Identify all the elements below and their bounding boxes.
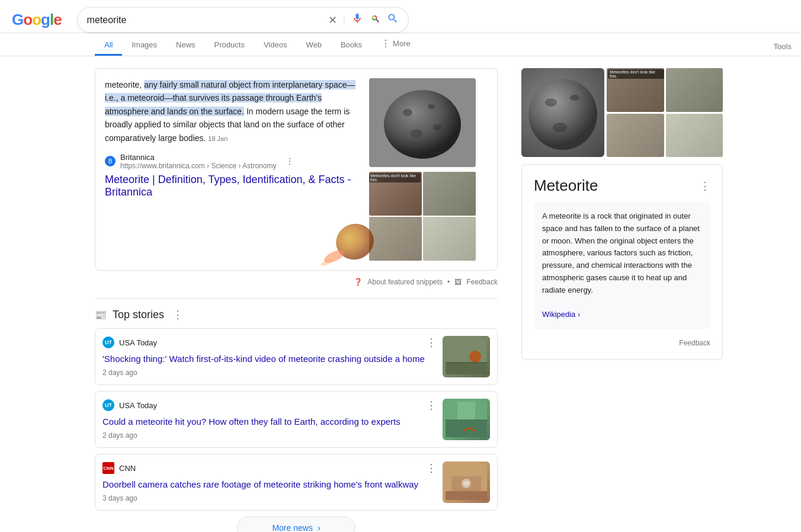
wikipedia-link[interactable]: Wikipedia › — [542, 310, 580, 319]
about-snippets-link[interactable]: About featured snippets — [367, 278, 443, 286]
svg-rect-15 — [446, 363, 487, 374]
question-icon: ❓ — [354, 278, 363, 286]
news-source-name-1: USA Today — [119, 338, 157, 347]
knowledge-card-options[interactable]: ⋮ — [700, 180, 710, 193]
right-grid-image-3 — [607, 114, 664, 158]
snippet-text-column: meteorite, any fairly small natural obje… — [105, 78, 360, 261]
top-stories-title: Top stories — [113, 309, 164, 321]
news-source-row-1: UT USA Today ⋮ — [102, 336, 437, 349]
snippet-source: B Britannica https://www.britannica.com … — [105, 153, 360, 170]
news-thumb-3 — [443, 462, 490, 503]
svg-point-24 — [463, 481, 469, 486]
right-grid-image-2 — [666, 68, 723, 112]
snippet-date: 18 Jan — [208, 135, 228, 142]
news-card-2-options[interactable]: ⋮ — [426, 399, 437, 412]
svg-point-25 — [528, 79, 597, 150]
search-bar: meteorite ✕ | — [77, 7, 409, 33]
svg-point-10 — [428, 104, 435, 109]
newspaper-icon: 📰 — [95, 309, 107, 321]
snippet-grid-image-2 — [423, 172, 476, 216]
svg-point-26 — [545, 98, 557, 107]
snippet-feedback-row: ❓ About featured snippets • 🖼 Feedback — [95, 278, 498, 286]
usa-today-icon-2: UT — [102, 399, 114, 411]
snippet-link[interactable]: Meteorite | Definition, Types, Identific… — [105, 174, 360, 198]
knowledge-card: Meteorite ⋮ A meteorite is a rock that o… — [521, 164, 723, 360]
snippet-grid-image-1: Meteorites don't look like this. — [369, 172, 422, 216]
news-thumb-2 — [443, 399, 490, 440]
tab-news[interactable]: News — [166, 36, 205, 56]
news-thumb-1 — [443, 336, 490, 377]
svg-rect-19 — [457, 402, 475, 419]
news-source-name-3: CNN — [119, 464, 136, 473]
news-headline-2[interactable]: Could a meteorite hit you? How often the… — [102, 415, 437, 428]
snippet-main-image — [369, 78, 476, 167]
source-name: Britannica — [120, 153, 276, 162]
chevron-right-icon: › — [318, 523, 321, 532]
news-time-1: 2 days ago — [102, 368, 437, 377]
tab-products[interactable]: Products — [205, 36, 254, 56]
not-meteorite-label: Meteorites don't look like this. — [608, 69, 664, 79]
more-news-label: More news — [272, 523, 312, 532]
search-icon[interactable] — [387, 12, 399, 27]
tab-all[interactable]: All — [95, 36, 122, 56]
right-grid-image-1: Meteorites don't look like this. — [607, 68, 664, 112]
snippet-options-icon[interactable]: ⋮ — [286, 156, 294, 166]
svg-point-28 — [553, 123, 567, 132]
knowledge-card-text: A meteorite is a rock that originated in… — [542, 211, 700, 294]
right-image-grid: Meteorites don't look like this. — [607, 68, 723, 157]
snippet-grid-image-3 — [369, 217, 422, 261]
cnn-icon: CNN — [102, 462, 114, 474]
snippet-images: Meteorites don't look like this. — [369, 78, 488, 261]
svg-point-8 — [384, 90, 461, 159]
tab-books[interactable]: Books — [331, 36, 371, 56]
news-card-3: CNN CNN ⋮ Doorbell camera catches rare f… — [95, 454, 498, 511]
svg-line-4 — [376, 20, 379, 22]
news-card-3-options[interactable]: ⋮ — [426, 462, 437, 475]
snippet-image-grid: Meteorites don't look like this. — [369, 172, 476, 261]
left-column: meteorite, any fairly small natural obje… — [95, 68, 498, 532]
svg-point-27 — [570, 95, 579, 101]
main-content: meteorite, any fairly small natural obje… — [0, 56, 801, 532]
knowledge-card-header: Meteorite ⋮ — [534, 177, 710, 195]
top-stories-options[interactable]: ⋮ — [172, 308, 183, 321]
feedback-icon: 🖼 — [454, 278, 462, 286]
news-card-3-content: CNN CNN ⋮ Doorbell camera catches rare f… — [102, 462, 437, 502]
google-logo: Google — [12, 11, 62, 29]
tools-button[interactable]: Tools — [764, 37, 801, 56]
tab-web[interactable]: Web — [296, 36, 331, 56]
tab-images[interactable]: Images — [122, 36, 166, 56]
tab-videos[interactable]: Videos — [254, 36, 297, 56]
news-card-1-options[interactable]: ⋮ — [426, 336, 437, 349]
microphone-icon[interactable] — [351, 12, 363, 27]
right-main-image — [521, 68, 604, 157]
feedback-link[interactable]: Feedback — [466, 278, 498, 286]
knowledge-card-title: Meteorite — [534, 177, 598, 195]
more-news-button[interactable]: More news › — [237, 517, 355, 532]
search-input[interactable]: meteorite — [87, 15, 322, 25]
news-headline-1[interactable]: 'Shocking thing:' Watch first-of-its-kin… — [102, 352, 437, 365]
tab-more[interactable]: ⋮ More — [371, 33, 420, 56]
svg-rect-21 — [446, 491, 487, 500]
clear-icon[interactable]: ✕ — [328, 14, 337, 27]
lens-icon[interactable] — [369, 12, 381, 27]
knowledge-card-body: A meteorite is a rock that originated in… — [534, 202, 710, 329]
right-grid-image-4 — [666, 114, 723, 158]
top-stories-header: 📰 Top stories ⋮ — [95, 308, 498, 321]
snippet-text: meteorite, any fairly small natural obje… — [105, 78, 360, 145]
knowledge-card-feedback[interactable]: Feedback — [534, 339, 710, 347]
right-images: Meteorites don't look like this. — [521, 68, 723, 157]
news-source-row-3: CNN CNN ⋮ — [102, 462, 437, 475]
svg-point-11 — [411, 129, 422, 137]
snippet-prefix: meteorite, — [105, 80, 144, 89]
meteorite-label: Meteorites don't look like this. — [369, 173, 421, 182]
svg-point-12 — [433, 124, 441, 130]
news-headline-3[interactable]: Doorbell camera catches rare footage of … — [102, 478, 437, 491]
header: Google meteorite ✕ | — [0, 0, 801, 33]
news-time-2: 2 days ago — [102, 431, 437, 440]
source-url: https://www.britannica.com › Science › A… — [120, 162, 276, 170]
news-card-1: UT USA Today ⋮ 'Shocking thing:' Watch f… — [95, 328, 498, 385]
svg-rect-18 — [446, 419, 487, 437]
britannica-icon: B — [105, 156, 116, 166]
news-source-name-2: USA Today — [119, 401, 157, 410]
news-card-1-content: UT USA Today ⋮ 'Shocking thing:' Watch f… — [102, 336, 437, 377]
